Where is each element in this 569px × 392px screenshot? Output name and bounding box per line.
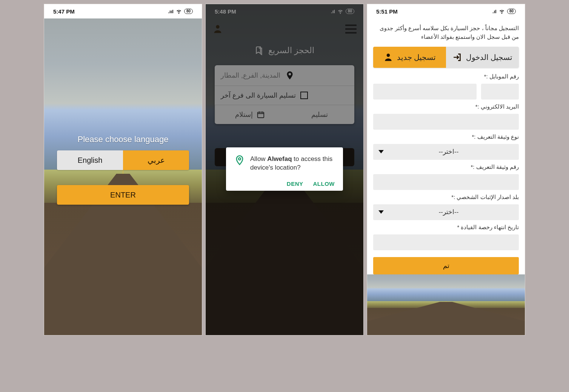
user-icon — [383, 52, 393, 62]
permission-text: Allow Alwefaq to access this device's lo… — [250, 155, 335, 172]
choose-language-label: Please choose language — [78, 135, 169, 144]
svg-point-2 — [238, 158, 241, 160]
id-country-value: --اختر-- — [439, 208, 459, 216]
background-image — [367, 267, 525, 335]
login-tab[interactable]: تسجيل الدخول — [446, 47, 519, 68]
location-permission-dialog: Allow Alwefaq to access this device's lo… — [226, 147, 343, 191]
language-english-button[interactable]: English — [57, 150, 123, 170]
status-indicators: .ııl 80 — [168, 8, 193, 14]
wifi-icon — [176, 8, 182, 14]
license-expiry-input[interactable] — [373, 234, 519, 250]
country-code-input[interactable] — [481, 84, 519, 100]
license-expiry-label: تاريخ انتهاء رخصة القيادة * — [373, 224, 519, 231]
permission-text-pre: Allow — [250, 155, 267, 162]
svg-point-3 — [386, 54, 390, 57]
id-country-select[interactable]: --اختر-- — [373, 204, 519, 220]
mobile-label: رقم الموبايل :* — [373, 73, 519, 80]
screen-quick-booking: 5:48 PM .ıl 80 الحجز السريع المدينة, الف… — [205, 4, 364, 335]
battery-indicator: 80 — [184, 9, 193, 14]
screen-registration: 5:51 PM .ıl 80 التسجيل مجاناً ، حجز السي… — [367, 4, 525, 335]
screen-language-select: 5:47 PM .ııl 80 Please choose language E… — [44, 4, 202, 335]
register-tab[interactable]: تسجيل جديد — [373, 47, 446, 68]
signal-icon: .ıl — [492, 9, 497, 14]
allow-button[interactable]: ALLOW — [313, 181, 335, 187]
deny-button[interactable]: DENY — [287, 181, 303, 187]
status-time: 5:51 PM — [376, 8, 398, 15]
submit-button[interactable]: تم — [373, 257, 519, 274]
dialog-location-icon — [234, 155, 245, 165]
language-arabic-button[interactable]: عربي — [123, 150, 189, 170]
id-type-label: نوع وثيقة التعريف :* — [373, 133, 519, 140]
email-label: البريد الالكتروني :* — [373, 103, 519, 110]
id-number-label: رقم وثيقة التعريف :* — [373, 164, 519, 170]
auth-tabs: تسجيل جديد تسجيل الدخول — [373, 47, 519, 68]
registration-description: التسجيل مجاناً ، حجز السيارة بكل سلاسه أ… — [373, 24, 519, 41]
chevron-down-icon — [378, 150, 384, 153]
battery-indicator: 80 — [507, 9, 516, 14]
mobile-input[interactable] — [373, 84, 477, 100]
status-time: 5:47 PM — [53, 8, 75, 15]
email-input[interactable] — [373, 114, 519, 130]
wifi-icon — [499, 8, 505, 14]
permission-app-name: Alwefaq — [267, 155, 292, 162]
enter-button[interactable]: ENTER — [57, 185, 189, 205]
language-toggle: English عربي — [57, 150, 189, 170]
id-country-label: بلد اصدار الإثبات الشخصي :* — [373, 194, 519, 201]
signal-icon: .ııl — [168, 9, 173, 14]
id-type-select[interactable]: --اختر-- — [373, 144, 519, 160]
status-bar: 5:47 PM .ııl 80 — [44, 4, 202, 18]
chevron-down-icon — [378, 210, 384, 214]
id-number-input[interactable] — [373, 174, 519, 190]
id-type-value: --اختر-- — [439, 148, 459, 156]
login-tab-label: تسجيل الدخول — [466, 53, 513, 62]
register-tab-label: تسجيل جديد — [397, 53, 436, 62]
status-indicators: .ıl 80 — [492, 8, 516, 14]
login-icon — [452, 52, 462, 62]
status-bar: 5:51 PM .ıl 80 — [367, 4, 525, 18]
